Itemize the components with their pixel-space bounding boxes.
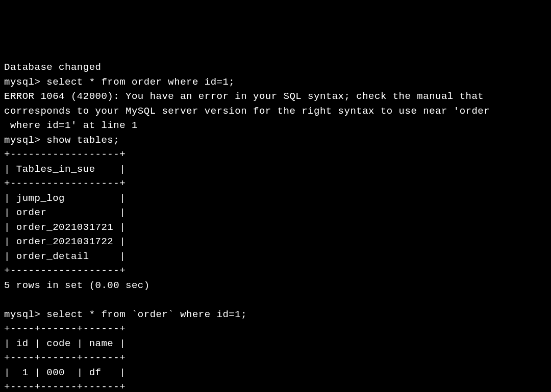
result-summary: 5 rows in set (0.00 sec) bbox=[4, 280, 150, 291]
table-header: | Tables_in_sue | bbox=[4, 164, 126, 175]
table-row: | order_2021031722 | bbox=[4, 236, 126, 247]
prompt-line: mysql> select * from `order` where id=1; bbox=[4, 309, 247, 320]
prompt-line: mysql> show tables; bbox=[4, 135, 119, 146]
table-border: +------------------+ bbox=[4, 178, 126, 189]
error-line: ERROR 1064 (42000): You have an error in… bbox=[4, 91, 484, 102]
table-border: +----+------+------+ bbox=[4, 323, 126, 334]
table-row: | order_2021031721 | bbox=[4, 222, 126, 233]
table-border: +------------------+ bbox=[4, 149, 126, 160]
terminal-output[interactable]: Database changed mysql> select * from or… bbox=[4, 60, 547, 392]
table-row: | 1 | 000 | df | bbox=[4, 367, 126, 378]
output-line: Database changed bbox=[4, 62, 101, 73]
error-line: corresponds to your MySQL server version… bbox=[4, 106, 490, 117]
table-header: | id | code | name | bbox=[4, 338, 126, 349]
table-border: +----+------+------+ bbox=[4, 381, 126, 392]
table-row: | order_detail | bbox=[4, 251, 126, 262]
table-border: +----+------+------+ bbox=[4, 352, 126, 363]
prompt-line: mysql> select * from order where id=1; bbox=[4, 76, 235, 88]
table-border: +------------------+ bbox=[4, 265, 126, 276]
table-row: | jump_log | bbox=[4, 193, 126, 204]
error-line: where id=1' at line 1 bbox=[4, 120, 138, 131]
table-row: | order | bbox=[4, 207, 126, 218]
